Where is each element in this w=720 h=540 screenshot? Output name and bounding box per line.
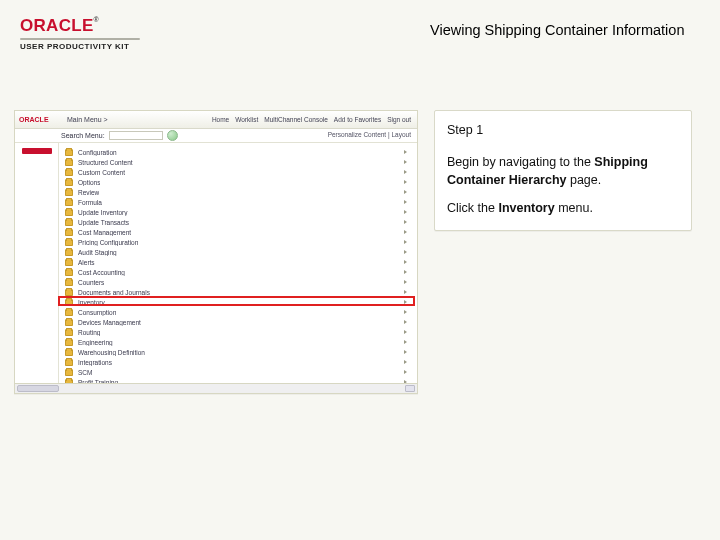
menu-item-label: Update Transacts bbox=[78, 219, 129, 226]
page-title: Viewing Shipping Container Information bbox=[430, 22, 690, 38]
menu-item-inventory[interactable]: Inventory bbox=[65, 297, 417, 307]
folder-icon bbox=[65, 329, 73, 336]
nav-link-favorites[interactable]: Add to Favorites bbox=[334, 116, 381, 123]
chevron-right-icon bbox=[404, 220, 407, 224]
scrollbar-right-arrow-icon[interactable] bbox=[405, 385, 415, 392]
nav-link-home[interactable]: Home bbox=[212, 116, 229, 123]
chevron-right-icon bbox=[404, 230, 407, 234]
brand-separator bbox=[20, 38, 140, 40]
menu-item-label: Devices Management bbox=[78, 319, 141, 326]
folder-icon bbox=[65, 149, 73, 156]
search-label: Search Menu: bbox=[61, 132, 105, 139]
chevron-right-icon bbox=[404, 310, 407, 314]
folder-icon bbox=[65, 179, 73, 186]
brand-block: ORACLE® USER PRODUCTIVITY KIT bbox=[20, 16, 180, 51]
folder-icon bbox=[65, 199, 73, 206]
folder-icon bbox=[65, 339, 73, 346]
folder-icon bbox=[65, 169, 73, 176]
folder-icon bbox=[65, 269, 73, 276]
nav-link-multichannel[interactable]: MultiChannel Console bbox=[264, 116, 328, 123]
chevron-right-icon bbox=[404, 350, 407, 354]
menu-item[interactable]: Options bbox=[65, 177, 417, 187]
chevron-right-icon bbox=[404, 330, 407, 334]
embedded-screenshot: ORACLE Main Menu > Home Worklist MultiCh… bbox=[14, 110, 418, 394]
folder-icon bbox=[65, 359, 73, 366]
menu-item[interactable]: Custom Content bbox=[65, 167, 417, 177]
trademark-icon: ® bbox=[94, 16, 99, 23]
menu-item-label: Documents and Journals bbox=[78, 289, 150, 296]
chevron-right-icon bbox=[404, 190, 407, 194]
mini-sidebar bbox=[15, 143, 59, 383]
embedded-top-bar: ORACLE Main Menu > Home Worklist MultiCh… bbox=[15, 111, 417, 129]
brand-logo-text: ORACLE bbox=[20, 16, 94, 35]
embedded-body: ConfigurationStructured ContentCustom Co… bbox=[15, 143, 417, 383]
search-go-button[interactable] bbox=[167, 130, 178, 141]
horizontal-scrollbar[interactable] bbox=[15, 383, 417, 393]
chevron-right-icon bbox=[404, 160, 407, 164]
menu-item-label: Consumption bbox=[78, 309, 116, 316]
menu-item[interactable]: Engineering bbox=[65, 337, 417, 347]
menu-item-label: Routing bbox=[78, 329, 100, 336]
menu-item[interactable]: Update Inventory bbox=[65, 207, 417, 217]
menu-item[interactable]: Pricing Configuration bbox=[65, 237, 417, 247]
menu-item[interactable]: Consumption bbox=[65, 307, 417, 317]
menu-search-row: Search Menu: bbox=[61, 130, 178, 141]
menu-item-label: Custom Content bbox=[78, 169, 125, 176]
instruction-text: Begin by navigating to the bbox=[447, 155, 594, 169]
menu-item[interactable]: Review bbox=[65, 187, 417, 197]
menu-item[interactable]: Formula bbox=[65, 197, 417, 207]
chevron-right-icon bbox=[404, 200, 407, 204]
menu-item-label: Alerts bbox=[78, 259, 95, 266]
menu-item-label: Inventory bbox=[78, 299, 105, 306]
menu-item[interactable]: SCM bbox=[65, 367, 417, 377]
brand-logo: ORACLE® bbox=[20, 16, 180, 36]
folder-icon bbox=[65, 219, 73, 226]
chevron-right-icon bbox=[404, 180, 407, 184]
menu-item[interactable]: Update Transacts bbox=[65, 217, 417, 227]
menu-item[interactable]: Configuration bbox=[65, 147, 417, 157]
menu-item[interactable]: Devices Management bbox=[65, 317, 417, 327]
breadcrumb[interactable]: Main Menu > bbox=[63, 116, 108, 123]
menu-item-label: Options bbox=[78, 179, 100, 186]
chevron-right-icon bbox=[404, 150, 407, 154]
chevron-right-icon bbox=[404, 250, 407, 254]
search-input[interactable] bbox=[109, 131, 163, 140]
menu-item-label: Update Inventory bbox=[78, 209, 128, 216]
menu-item[interactable]: Audit Staging bbox=[65, 247, 417, 257]
main-menu-list: ConfigurationStructured ContentCustom Co… bbox=[65, 147, 417, 383]
chevron-right-icon bbox=[404, 340, 407, 344]
menu-item[interactable]: Counters bbox=[65, 277, 417, 287]
folder-icon bbox=[65, 289, 73, 296]
menu-item-label: SCM bbox=[78, 369, 92, 376]
menu-item[interactable]: Routing bbox=[65, 327, 417, 337]
menu-item[interactable]: Alerts bbox=[65, 257, 417, 267]
folder-icon bbox=[65, 369, 73, 376]
menu-item-label: Integrations bbox=[78, 359, 112, 366]
menu-item[interactable]: Structured Content bbox=[65, 157, 417, 167]
menu-item[interactable]: Warehousing Definition bbox=[65, 347, 417, 357]
menu-item[interactable]: Cost Accounting bbox=[65, 267, 417, 277]
chevron-right-icon bbox=[404, 270, 407, 274]
chevron-right-icon bbox=[404, 290, 407, 294]
menu-item-label: Audit Staging bbox=[78, 249, 117, 256]
chevron-right-icon bbox=[404, 320, 407, 324]
scrollbar-thumb[interactable] bbox=[17, 385, 59, 392]
embedded-sub-bar: Search Menu: Personalize Content | Layou… bbox=[15, 129, 417, 143]
nav-link-signout[interactable]: Sign out bbox=[387, 116, 411, 123]
menu-item[interactable]: Documents and Journals bbox=[65, 287, 417, 297]
menu-item-label: Structured Content bbox=[78, 159, 133, 166]
personalize-link[interactable]: Personalize Content | Layout bbox=[328, 131, 411, 138]
chevron-right-icon bbox=[404, 170, 407, 174]
step-label: Step 1 bbox=[447, 121, 679, 139]
nav-link-worklist[interactable]: Worklist bbox=[235, 116, 258, 123]
instruction-line-1: Begin by navigating to the Shipping Cont… bbox=[447, 153, 679, 189]
folder-icon bbox=[65, 209, 73, 216]
menu-item-label: Engineering bbox=[78, 339, 113, 346]
chevron-right-icon bbox=[404, 300, 407, 304]
instruction-text: Click the bbox=[447, 201, 498, 215]
menu-item[interactable]: Cost Management bbox=[65, 227, 417, 237]
folder-icon bbox=[65, 239, 73, 246]
menu-item[interactable]: Integrations bbox=[65, 357, 417, 367]
folder-icon bbox=[65, 299, 73, 306]
folder-icon bbox=[65, 319, 73, 326]
